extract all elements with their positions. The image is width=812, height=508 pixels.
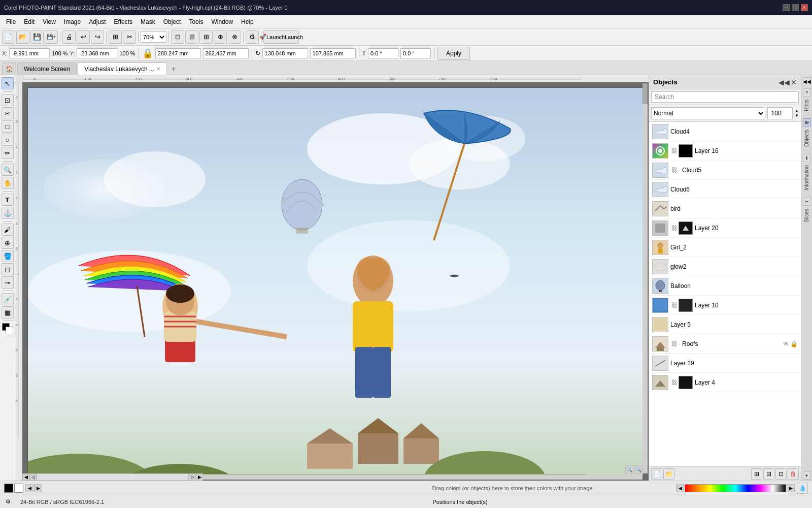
delete-layer-btn[interactable]: 🗑 [788,468,799,480]
panel-expand-btn[interactable]: ◀◀ [779,78,790,86]
minimize-btn[interactable]: ─ [783,4,790,11]
layer-layer19[interactable]: Layer 19 [649,354,801,373]
menu-effects[interactable]: Effects [110,17,137,26]
layer-balloon[interactable]: Balloon [649,276,801,296]
layer-lock-roofs[interactable]: 🔒 [790,340,798,347]
view2-btn[interactable]: ⊟ [185,30,198,44]
nav-fwd-btn[interactable]: ▶ [34,484,42,492]
menu-help[interactable]: Help [237,17,258,26]
eraser-tool[interactable]: ◻ [2,263,14,275]
coord1-input[interactable] [262,48,308,58]
h-input[interactable] [203,48,249,58]
save-as-btn[interactable]: 💾+ [45,30,58,44]
menu-image[interactable]: Image [60,17,85,26]
apply-button[interactable]: Apply [437,47,470,60]
close-btn[interactable]: ✕ [801,4,808,11]
w-input[interactable] [155,48,201,58]
heal-tool[interactable]: ⊸ [2,276,14,289]
transform-tool[interactable]: ⊡ [2,94,14,106]
save-btn[interactable]: 💾 [30,30,44,44]
zoom-select[interactable]: 70% 100% 50% [141,31,166,43]
brush-tool[interactable]: 🖌 [2,224,14,236]
opacity-spinner[interactable]: ▲ ▼ [795,109,799,118]
canvas-area[interactable]: ◀ ◁ ▷ ▶ 🔍 🔍 [22,82,649,481]
slices-tab-icon[interactable]: ✂ [803,198,811,206]
new-layer-btn[interactable]: 📄 [651,468,662,480]
new-group-btn[interactable]: 📁 [663,468,674,480]
transform-btn[interactable]: ⊞ [109,30,122,44]
view4-btn[interactable]: ⊕ [214,30,227,44]
page-prev-btn[interactable]: ◁ [29,473,37,481]
info-tab-icon[interactable]: ℹ [803,154,811,162]
layer-glow2[interactable]: glow2 [649,257,801,276]
print-btn[interactable]: 🖨 [62,30,76,44]
menu-window[interactable]: Window [207,17,237,26]
maximize-btn[interactable]: □ [792,4,799,11]
hints-tab[interactable]: Hints [803,98,810,113]
angle2-input[interactable] [400,48,431,58]
fill-tool[interactable]: 🪣 [2,250,14,262]
scroll-right-btn[interactable]: ▶ [196,473,203,481]
tab-welcome[interactable]: Welcome Screen [17,62,77,75]
launch-btn[interactable]: 🚀 LaunchLaunch [263,30,299,44]
layer-effects-btn[interactable]: ⊞ [751,468,762,480]
x-input[interactable] [9,48,50,58]
hints-tab-icon[interactable]: ? [803,88,811,97]
zoom-in-btn[interactable]: 🔍 [625,465,633,473]
layer-layer5[interactable]: Layer 5 [649,315,801,334]
redo-btn[interactable]: ↪ [91,30,104,44]
layer-girl2[interactable]: Girl_2 [649,238,801,257]
foreground-color[interactable] [4,484,13,493]
objects-tab-icon[interactable]: ⊞ [803,118,811,126]
hscroll-track[interactable] [37,473,189,481]
new-tab-button[interactable]: + [168,64,179,75]
menu-tools[interactable]: Tools [185,17,207,26]
pan-tool[interactable]: ✋ [2,177,14,189]
undo-btn[interactable]: ↩ [77,30,90,44]
layer-vis-roofs[interactable]: 👁 [783,340,789,347]
color-swatches[interactable] [685,484,786,492]
info-tab[interactable]: Information [803,163,810,193]
view5-btn[interactable]: ⊗ [228,30,241,44]
view3-btn[interactable]: ⊞ [199,30,213,44]
zoom-out-btn[interactable]: 🔍 [634,465,642,473]
background-color[interactable] [14,484,23,493]
menu-file[interactable]: File [2,17,20,26]
settings-btn[interactable]: ⚙ [246,30,259,44]
tab-close-icon[interactable]: ✕ [156,66,160,72]
text-tool[interactable]: T [2,194,14,206]
color-boxes[interactable] [2,323,13,334]
layer-clip-btn[interactable]: ⊡ [775,468,787,480]
crop-tool[interactable]: ✂ [2,107,14,119]
blend-mode-select[interactable]: Normal Multiply Screen Overlay [651,107,765,119]
menu-view[interactable]: View [39,17,60,26]
gradient-tool[interactable]: ▦ [2,306,14,319]
path-tool[interactable]: ⚓ [2,207,14,219]
mask-freehand-tool[interactable]: ✏ [2,147,14,159]
panel-expand-icon[interactable]: ◀◀ [803,77,811,85]
layer-layer20[interactable]: ⛓ Layer 20 [649,218,801,238]
swatch-right-btn[interactable]: ▶ [787,484,795,492]
page-next-btn[interactable]: ▷ [189,473,196,481]
mask-circle-tool[interactable]: ○ [2,134,14,146]
opacity-input[interactable] [767,107,793,119]
swatch-left-btn[interactable]: ◀ [676,484,684,492]
layer-layer16[interactable]: ⛓ Layer 16 [649,141,801,161]
slices-tab[interactable]: Slices [803,207,810,225]
open-btn[interactable]: 📂 [16,30,29,44]
add-panel-btn[interactable]: + [803,471,811,480]
layer-cloud6[interactable]: Cloud6 [649,180,801,199]
tab-document[interactable]: Viacheslav Lukasevych ... ✕ [78,62,167,75]
scroll-left-btn[interactable]: ◀ [22,473,29,481]
coord2-input[interactable] [310,48,356,58]
menu-object[interactable]: Object [159,17,185,26]
layer-layer4[interactable]: ⛓ Layer 4 [649,373,801,392]
nav-prev-btn[interactable]: ◀ [25,484,33,492]
layer-roofs[interactable]: ⛓ · Roofs 👁 🔒 [649,334,801,354]
menu-mask[interactable]: Mask [137,17,159,26]
layer-cloud4[interactable]: Cloud4 [649,122,801,141]
vscroll[interactable] [642,83,648,473]
angle1-input[interactable] [368,48,398,58]
layer-cloud5[interactable]: ⛓ · Cloud5 [649,161,801,180]
status-icon[interactable]: ⚙ [4,498,12,506]
